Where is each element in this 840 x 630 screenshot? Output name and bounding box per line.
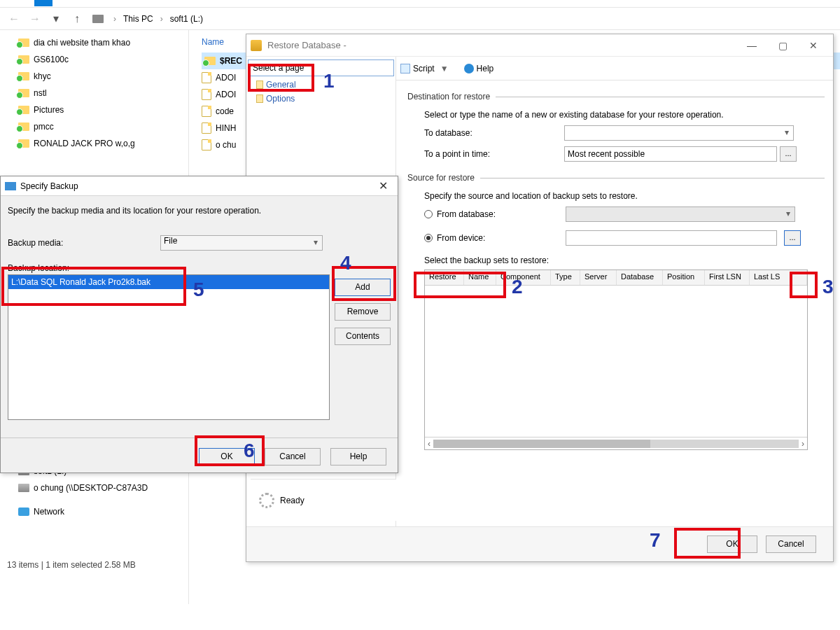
list-item-label: code [216, 106, 234, 116]
from-database-radio[interactable] [424, 210, 433, 218]
folder-icon [18, 106, 29, 114]
sidebar-network[interactable]: Network [11, 503, 188, 520]
help-button[interactable]: Help [330, 448, 386, 465]
help-button[interactable]: Help [477, 64, 494, 74]
grid-scrollbar[interactable]: ‹› [425, 437, 807, 449]
script-button[interactable]: Script [413, 64, 435, 74]
page-list-header: Select a page [248, 59, 394, 76]
from-device-input[interactable] [566, 230, 777, 246]
to-pit-input[interactable] [564, 146, 777, 162]
dest-legend: Destination for restore [407, 92, 490, 102]
ready-label: Ready [280, 496, 304, 505]
sidebar-drive[interactable]: o chung (\\DESKTOP-C87A3D [11, 479, 188, 496]
backup-location-label: Backup location: [8, 263, 391, 273]
sidebar-item-label: RONALD JACK PRO w,o,g [34, 139, 135, 148]
status-bar: 13 items | 1 item selected 2.58 MB [7, 560, 136, 570]
ribbon-accent [34, 0, 52, 6]
sidebar-item[interactable]: nstl [11, 85, 188, 102]
col-last-lsn[interactable]: Last LS [750, 270, 807, 285]
sidebar-item-label: pmcc [34, 122, 54, 132]
breadcrumb-root[interactable]: This PC [123, 14, 153, 24]
script-icon [400, 64, 410, 74]
sidebar-item[interactable]: GS6100c [11, 51, 188, 68]
list-item-label: HINH [216, 123, 236, 133]
col-restore[interactable]: Restore [425, 270, 464, 285]
col-first-lsn[interactable]: First LSN [705, 270, 750, 285]
sidebar-item-label: GS6100c [34, 55, 69, 64]
specify-backup-dialog: Specify Backup ✕ Specify the backup medi… [0, 176, 398, 473]
col-server[interactable]: Server [580, 270, 617, 285]
sidebar-item[interactable]: RONALD JACK PRO w,o,g [11, 135, 188, 152]
to-pit-label: To a point in time: [424, 149, 564, 159]
nav-back-icon[interactable]: ← [6, 10, 22, 27]
backup-media-select[interactable]: File [160, 235, 323, 251]
maximize-button[interactable]: ▢ [767, 36, 798, 55]
remove-button[interactable]: Remove [335, 303, 391, 321]
sidebar-item[interactable]: khyc [11, 68, 188, 85]
grid-header: Restore Name Component Type Server Datab… [425, 270, 807, 286]
sidebar-item[interactable]: pmcc [11, 118, 188, 135]
nav-forward-icon[interactable]: → [27, 10, 43, 27]
sidebar-item[interactable]: Pictures [11, 102, 188, 118]
list-item-label: o chu [216, 140, 236, 150]
from-device-browse-button[interactable]: ... [784, 230, 801, 246]
from-device-label: From device: [437, 233, 561, 243]
network-icon [18, 507, 29, 516]
explorer-toolbar: ← → ▾ ↑ › This PC › soft1 (L:) [0, 8, 840, 30]
col-position[interactable]: Position [663, 270, 705, 285]
ok-button[interactable]: OK [199, 448, 255, 465]
folder-icon [18, 122, 29, 131]
cancel-button[interactable]: Cancel [766, 536, 816, 553]
add-button[interactable]: Add [335, 279, 391, 296]
help-icon [464, 64, 474, 74]
ready-status: Ready [251, 479, 396, 521]
dialog-titlebar[interactable]: Restore Database - — ▢ ✕ [246, 34, 833, 57]
folder-icon [18, 72, 29, 80]
from-device-radio[interactable] [424, 234, 433, 242]
close-button[interactable]: ✕ [798, 36, 829, 55]
col-name[interactable]: Name [464, 270, 496, 285]
sidebar-item-label: Pictures [34, 105, 64, 115]
drive-icon [92, 15, 104, 23]
dest-desc: Select or type the name of a new or exis… [424, 110, 825, 120]
page-item-general[interactable]: General [246, 78, 396, 92]
cancel-button[interactable]: Cancel [265, 448, 321, 465]
contents-button[interactable]: Contents [335, 328, 391, 345]
pit-browse-button[interactable]: ... [780, 146, 797, 162]
file-icon [202, 139, 211, 150]
backup-location-item[interactable]: L:\Data SQL Ronald Jack Pro2k8.bak [8, 275, 329, 289]
minimize-button[interactable]: — [736, 36, 767, 55]
to-database-select[interactable] [564, 125, 794, 141]
col-database[interactable]: Database [617, 270, 663, 285]
backup-location-list[interactable]: L:\Data SQL Ronald Jack Pro2k8.bak [8, 274, 330, 420]
dialog-toolbar: Script ▼ Help [396, 57, 833, 80]
page-item-label: Options [266, 94, 295, 104]
file-icon [202, 106, 211, 117]
col-component[interactable]: Component [496, 270, 551, 285]
file-icon [202, 89, 211, 100]
file-icon [202, 72, 211, 83]
breadcrumb-drive[interactable]: soft1 (L:) [170, 14, 203, 24]
col-type[interactable]: Type [551, 270, 580, 285]
dialog-titlebar[interactable]: Specify Backup ✕ [1, 176, 398, 196]
backup-media-label: Backup media: [8, 238, 160, 248]
ribbon [0, 0, 840, 8]
close-button[interactable]: ✕ [372, 179, 393, 192]
list-item-label: ADOI [216, 73, 236, 83]
nav-recent-icon[interactable]: ▾ [48, 10, 64, 27]
dialog-title: Restore Database - [267, 40, 736, 50]
drive-icon [18, 484, 29, 492]
from-database-label: From database: [437, 209, 561, 219]
ok-button[interactable]: OK [707, 536, 757, 553]
backup-sets-grid[interactable]: Restore Name Component Type Server Datab… [424, 270, 808, 450]
sidebar-item-label: khyc [34, 71, 51, 81]
chevron-down-icon[interactable]: ▼ [440, 64, 449, 74]
dialog-footer: OK Cancel [246, 526, 833, 561]
page-item-options[interactable]: Options [246, 92, 396, 106]
page-item-label: General [266, 80, 296, 90]
sidebar-item[interactable]: dia chi website tham khao [11, 34, 188, 51]
nav-up-icon[interactable]: ↑ [69, 10, 85, 27]
from-database-select [566, 206, 795, 222]
sidebar-item-label: Network [34, 507, 64, 517]
source-legend: Source for restore [407, 173, 475, 183]
